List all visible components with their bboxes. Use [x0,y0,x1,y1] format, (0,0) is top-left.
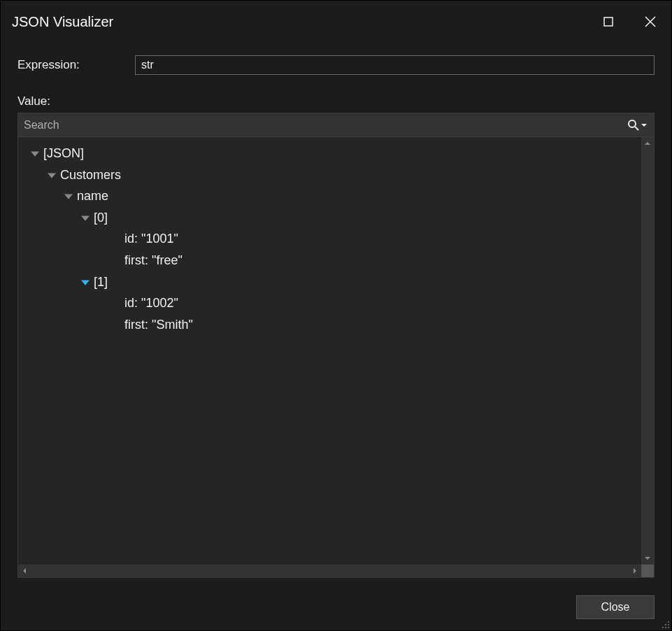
close-dialog-button[interactable]: Close [576,595,655,619]
tree-leaf-first-0[interactable]: first: "free" [18,250,641,271]
expand-arrow-icon [64,192,73,200]
svg-point-7 [668,624,669,625]
tree-leaf-first-1[interactable]: first: "Smith" [18,314,641,336]
search-dropdown-button[interactable] [626,119,648,132]
chevron-down-icon [645,555,650,561]
scroll-down-button[interactable] [641,552,654,565]
tree-node-label: [0] [94,207,108,229]
horizontal-scrollbar[interactable] [18,565,641,577]
tree-node-1[interactable]: [1] [18,271,641,293]
expand-arrow-icon [81,278,90,286]
tree-leaf-label: id: "1002" [124,292,178,314]
svg-point-9 [665,627,666,628]
svg-point-10 [668,627,669,628]
chevron-up-icon [645,141,650,146]
expand-arrow-icon [81,213,90,222]
tree-leaf-label: id: "1001" [124,228,178,250]
tree-node-label: Customers [60,164,121,186]
expression-label: Expression: [17,58,135,72]
maximize-button[interactable] [587,1,629,43]
resize-grip[interactable] [659,618,670,629]
svg-point-6 [665,624,666,625]
scroll-right-button[interactable] [629,565,641,577]
close-window-button[interactable] [629,1,671,43]
tree-node-0[interactable]: [0] [18,207,641,229]
search-input[interactable] [24,119,626,132]
tree-viewport: [JSON] Customers name [0] id: "1001" fir… [18,137,654,565]
title-bar: JSON Visualizer [1,1,671,43]
svg-rect-0 [604,17,613,26]
window-controls [587,1,671,43]
svg-point-8 [662,627,664,628]
expression-row: Expression: [1,55,671,75]
tree-node-customers[interactable]: Customers [18,164,641,186]
search-bar [18,113,654,137]
expression-input[interactable] [135,55,655,75]
tree-leaf-label: first: "free" [124,250,183,271]
tree-node-label: name [77,185,108,207]
scroll-up-button[interactable] [641,137,654,150]
json-tree[interactable]: [JSON] Customers name [0] id: "1001" fir… [18,137,641,565]
tree-leaf-id-1[interactable]: id: "1002" [18,292,641,314]
vertical-scrollbar[interactable] [641,137,654,565]
tree-node-root[interactable]: [JSON] [18,143,641,164]
horizontal-scrollbar-row [18,565,654,577]
close-icon [645,16,656,27]
value-label: Value: [1,94,671,108]
tree-leaf-id-0[interactable]: id: "1001" [18,228,641,250]
resize-grip-icon [659,618,670,629]
dialog-footer: Close [576,595,655,619]
search-icon [627,119,640,132]
expand-arrow-icon [31,149,39,157]
maximize-icon [603,17,613,27]
value-panel: [JSON] Customers name [0] id: "1001" fir… [17,113,655,578]
svg-line-4 [635,127,638,130]
scrollbar-corner [641,565,654,577]
tree-leaf-label: first: "Smith" [124,314,193,336]
chevron-left-icon [22,568,27,574]
svg-point-3 [629,120,636,127]
expand-arrow-icon [48,171,56,179]
window-title: JSON Visualizer [12,14,113,30]
tree-node-name[interactable]: name [18,185,641,207]
chevron-down-icon [641,122,647,128]
tree-node-label: [JSON] [43,143,84,164]
tree-node-label: [1] [94,271,108,293]
svg-point-5 [668,621,669,623]
chevron-right-icon [632,568,638,574]
scroll-left-button[interactable] [18,565,31,577]
